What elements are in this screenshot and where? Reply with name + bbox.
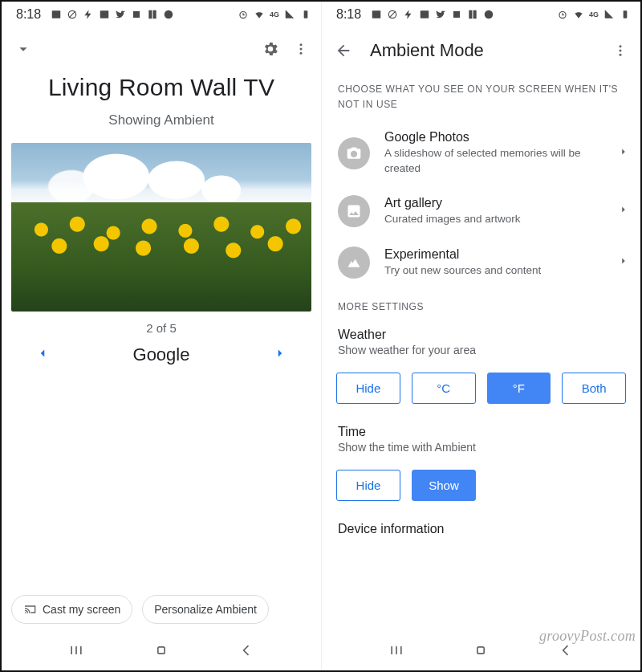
nav-recents-button[interactable]: [68, 642, 84, 662]
option-subtitle: A slideshow of selected memories will be…: [384, 146, 603, 175]
disc-icon: [163, 9, 174, 20]
option-google-photos[interactable]: Google Photos A slideshow of selected me…: [322, 120, 640, 185]
section-caption-more: MORE SETTINGS: [322, 288, 640, 323]
pager-prev-button[interactable]: [35, 346, 50, 364]
time-opt-show[interactable]: Show: [412, 470, 476, 501]
svg-rect-4: [133, 11, 140, 18]
alarm-icon: [557, 9, 568, 20]
nav-back-button[interactable]: [238, 642, 254, 662]
svg-rect-22: [469, 10, 472, 19]
bolt-icon: [403, 9, 414, 20]
time-subtitle: Show the time with Ambient: [338, 441, 624, 454]
back-arrow-icon[interactable]: [335, 42, 352, 59]
battery-icon: [300, 9, 311, 20]
status-time: 8:18: [16, 7, 41, 22]
ambient-preview-image[interactable]: [11, 143, 311, 312]
device-subtitle: Showing Ambient: [2, 104, 321, 143]
pager-row: Google: [2, 340, 321, 370]
nav-recents-button[interactable]: [388, 642, 404, 662]
time-title: Time: [338, 425, 624, 439]
option-art-gallery[interactable]: Art gallery Curated images and artwork: [322, 185, 640, 237]
status-right-icons: 4G: [557, 9, 631, 20]
svg-rect-21: [453, 11, 460, 18]
weather-opt-hide[interactable]: Hide: [336, 373, 400, 404]
personalize-button-label: Personalize Ambient: [154, 603, 257, 616]
cast-screen-button[interactable]: Cast my screen: [11, 595, 132, 624]
android-nav-bar: [322, 633, 640, 670]
svg-point-12: [300, 52, 303, 55]
status-left-icons: [51, 9, 174, 20]
svg-line-2: [69, 11, 75, 18]
section-caption-choose: CHOOSE WHAT YOU SEE ON YOUR SCREEN WHEN …: [322, 71, 640, 120]
image-icon: [371, 9, 382, 20]
overflow-menu-icon[interactable]: [613, 43, 628, 58]
weather-title: Weather: [338, 328, 624, 342]
weather-segmented-control: Hide °C °F Both: [322, 363, 640, 412]
settings-gear-icon[interactable]: [262, 40, 279, 58]
svg-rect-3: [100, 10, 109, 18]
pager-next-button[interactable]: [273, 346, 287, 364]
battery-icon: [620, 9, 631, 20]
svg-line-19: [389, 11, 396, 18]
image-icon: [51, 9, 62, 20]
chevron-right-icon: [618, 204, 629, 218]
dropbox-icon: [131, 9, 142, 20]
weather-setting: Weather Show weather for your area: [322, 323, 640, 363]
time-setting: Time Show the time with Ambient: [322, 412, 640, 460]
title-bar: Ambient Mode: [322, 24, 640, 71]
twitter-icon: [115, 9, 126, 20]
svg-rect-20: [421, 10, 429, 18]
nav-back-button[interactable]: [558, 642, 574, 662]
svg-rect-23: [473, 10, 477, 19]
weather-opt-celsius[interactable]: °C: [412, 373, 476, 404]
personalize-ambient-button[interactable]: Personalize Ambient: [142, 595, 269, 624]
mountain-icon: [338, 246, 370, 279]
svg-rect-33: [477, 647, 484, 654]
option-title: Experimental: [384, 247, 603, 262]
option-experimental[interactable]: Experimental Try out new sources and con…: [322, 237, 640, 288]
image-icon: [338, 195, 370, 227]
collapse-chevron-icon[interactable]: [14, 40, 32, 58]
4g-icon: 4G: [270, 10, 279, 18]
bottom-actions: Cast my screen Personalize Ambient: [2, 595, 321, 633]
sync-off-icon: [67, 9, 78, 20]
4g-icon: 4G: [589, 10, 599, 18]
signal-icon: [603, 9, 615, 20]
svg-point-28: [620, 50, 622, 52]
book-icon: [467, 9, 478, 20]
svg-rect-26: [624, 10, 628, 18]
weather-opt-fahrenheit[interactable]: °F: [487, 373, 551, 404]
twitter-icon: [435, 9, 446, 20]
chevron-right-icon: [618, 255, 629, 270]
status-right-icons: 4G: [238, 9, 311, 20]
screen-device-control: 8:18 4G: [2, 2, 321, 670]
svg-point-10: [300, 43, 303, 46]
svg-rect-5: [148, 10, 152, 19]
option-title: Art gallery: [384, 196, 603, 210]
svg-point-27: [620, 45, 622, 47]
android-nav-bar: [2, 633, 321, 670]
device-title: Living Room Wall TV: [2, 66, 321, 104]
nav-home-button[interactable]: [473, 642, 489, 662]
svg-point-7: [165, 10, 173, 19]
svg-rect-16: [158, 647, 165, 654]
nav-home-button[interactable]: [153, 642, 169, 662]
sync-off-icon: [387, 9, 398, 20]
signal-icon: [284, 9, 295, 20]
chevron-right-icon: [618, 146, 629, 161]
overflow-menu-icon[interactable]: [294, 42, 308, 56]
svg-point-11: [300, 48, 303, 51]
svg-point-24: [485, 10, 494, 19]
svg-point-29: [620, 54, 622, 56]
pager-label: Google: [133, 344, 190, 365]
device-information-heading[interactable]: Device information: [322, 509, 640, 540]
cast-icon: [23, 603, 36, 616]
time-segmented-control: Hide Show: [322, 460, 490, 509]
weather-opt-both[interactable]: Both: [562, 373, 626, 404]
wifi-icon: [254, 9, 265, 20]
weather-subtitle: Show weather for your area: [338, 344, 624, 356]
time-opt-hide[interactable]: Hide: [336, 470, 400, 501]
bolt-icon: [83, 9, 94, 20]
pager-count: 2 of 5: [2, 312, 321, 340]
cast-button-label: Cast my screen: [43, 603, 120, 616]
